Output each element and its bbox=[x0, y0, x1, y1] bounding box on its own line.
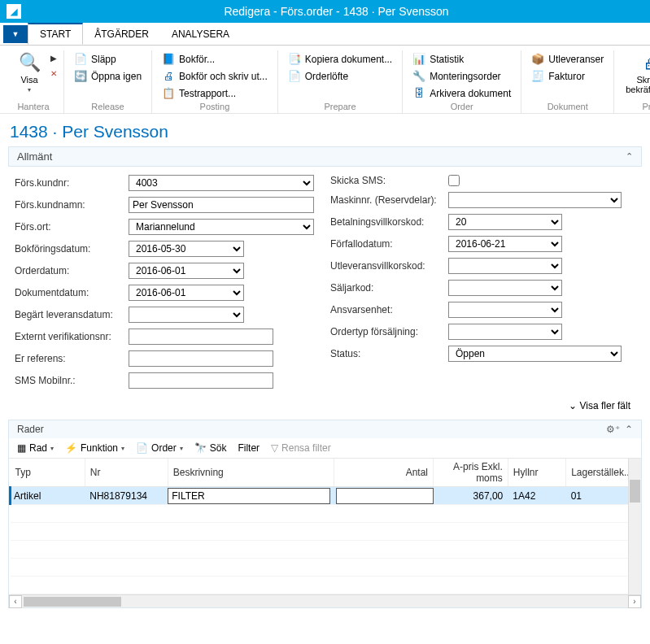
scroll-left-icon[interactable]: ‹ bbox=[9, 595, 22, 608]
orderlofte-button[interactable]: 📄Orderlöfte bbox=[285, 69, 395, 83]
input-ordertyp[interactable] bbox=[448, 324, 562, 340]
cell-apris[interactable]: 367,00 bbox=[434, 487, 508, 505]
lbl-saljarkod: Säljarkod: bbox=[330, 282, 448, 294]
testrapport-button[interactable]: 📋Testrapport... bbox=[159, 86, 271, 100]
input-erref[interactable] bbox=[129, 350, 273, 367]
window-title: Redigera - Förs.order - 1438 · Per Svens… bbox=[29, 5, 643, 18]
kopiera-button[interactable]: 📑Kopiera dokument... bbox=[285, 52, 395, 66]
cell-hyllnr[interactable]: 1A42 bbox=[508, 487, 565, 505]
tab-analysera[interactable]: ANALYSERA bbox=[160, 23, 241, 45]
cell-beskrivning[interactable] bbox=[168, 487, 334, 505]
col-antal[interactable]: Antal bbox=[334, 459, 433, 487]
input-kundnr[interactable]: 4003 bbox=[129, 175, 314, 191]
input-bokdatum[interactable]: 2016-05-30 bbox=[129, 241, 244, 257]
funnel-icon: ▽ bbox=[271, 442, 278, 454]
scroll-right-icon[interactable]: › bbox=[628, 595, 641, 608]
collapse-icon[interactable]: ⌃ bbox=[626, 151, 633, 162]
scroll-thumb[interactable] bbox=[24, 597, 121, 607]
slapp-button[interactable]: 📄Släpp bbox=[71, 52, 145, 66]
table-row[interactable]: Artikel NH81879134 367,00 1A42 01 bbox=[11, 487, 641, 505]
close-x-icon[interactable]: ✕ bbox=[50, 69, 57, 78]
input-forfallo[interactable]: 2016-06-21 bbox=[448, 236, 562, 252]
tb-rensa-label: Rensa filter bbox=[281, 442, 331, 454]
bokfor-button[interactable]: 📘Bokför... bbox=[159, 52, 271, 66]
monteringsorder-button[interactable]: 🔧Monteringsorder bbox=[409, 69, 514, 83]
form-col-left: Förs.kundnr:4003 Förs.kundnamn: Förs.ort… bbox=[15, 175, 314, 389]
lines-grid[interactable]: Typ Nr Beskrivning Antal A-pris Exkl. mo… bbox=[9, 459, 641, 594]
utleveranser-button[interactable]: 📦Utleveranser bbox=[528, 52, 607, 66]
statistik-button[interactable]: 📊Statistik bbox=[409, 52, 514, 66]
cell-antal[interactable] bbox=[334, 487, 433, 505]
antal-input[interactable] bbox=[336, 488, 434, 504]
monterings-label: Monteringsorder bbox=[430, 71, 500, 82]
file-menu-button[interactable]: ▼ bbox=[3, 25, 28, 43]
oppna-igen-button[interactable]: 🔄Öppna igen bbox=[71, 69, 145, 83]
group-label-print: Print bbox=[621, 100, 650, 111]
input-betvillkor[interactable]: 20 bbox=[448, 214, 562, 230]
tb-filter-label: Filter bbox=[238, 442, 260, 454]
section-allmant-header[interactable]: Allmänt ⌃ bbox=[8, 146, 642, 167]
tab-start[interactable]: START bbox=[28, 23, 83, 45]
col-beskrivning[interactable]: Beskrivning bbox=[168, 459, 334, 487]
tb-funktion[interactable]: ⚡Funktion▾ bbox=[65, 442, 124, 454]
cell-typ[interactable]: Artikel bbox=[11, 487, 85, 505]
table-row[interactable] bbox=[11, 559, 641, 577]
oppna-label: Öppna igen bbox=[91, 71, 142, 82]
input-levdatum[interactable] bbox=[129, 307, 244, 323]
horizontal-scrollbar[interactable]: ‹ › bbox=[9, 594, 641, 607]
tab-atgarder[interactable]: ÅTGÄRDER bbox=[83, 23, 160, 45]
reopen-icon: 🔄 bbox=[74, 70, 87, 82]
arkivera-button[interactable]: 🗄Arkivera dokument bbox=[409, 86, 514, 100]
bokfor-skriv-button[interactable]: 🖨Bokför och skriv ut... bbox=[159, 69, 271, 83]
input-ort[interactable]: Mariannelund bbox=[129, 219, 314, 235]
col-typ[interactable]: Typ bbox=[11, 459, 85, 487]
tb-rad[interactable]: ▦Rad▾ bbox=[17, 442, 54, 454]
orderlofte-label: Orderlöfte bbox=[305, 71, 348, 82]
col-apris[interactable]: A-pris Exkl. moms bbox=[434, 459, 508, 487]
group-print: 🖨 Skriv ut bekräftelse... Print bbox=[614, 50, 650, 113]
input-extver[interactable] bbox=[129, 329, 273, 345]
col-nr[interactable]: Nr bbox=[85, 459, 168, 487]
table-row[interactable] bbox=[11, 505, 641, 523]
table-row[interactable] bbox=[11, 577, 641, 594]
input-saljarkod[interactable] bbox=[448, 280, 562, 296]
lbl-levdatum: Begärt leveransdatum: bbox=[15, 309, 129, 320]
scroll-thumb[interactable] bbox=[630, 480, 640, 503]
table-row[interactable] bbox=[11, 523, 641, 541]
input-kundnamn[interactable] bbox=[129, 197, 314, 213]
lbl-sms: SMS Mobilnr.: bbox=[15, 375, 129, 386]
cell-nr[interactable]: NH81879134 bbox=[85, 487, 168, 505]
input-maskinnr[interactable] bbox=[448, 192, 622, 208]
input-status[interactable]: Öppen bbox=[448, 346, 622, 362]
input-dokdatum[interactable]: 2016-06-01 bbox=[129, 285, 244, 301]
gear-icon[interactable]: ⚙⁺ bbox=[606, 424, 620, 435]
beskrivning-input[interactable] bbox=[168, 488, 330, 504]
show-more-toggle[interactable]: ⌄ Visa fler fält bbox=[0, 397, 650, 416]
checkbox-skicka-sms[interactable] bbox=[448, 175, 460, 186]
group-label-prepare: Prepare bbox=[285, 100, 395, 111]
arrow-right-icon[interactable]: ▶ bbox=[50, 54, 57, 63]
fakturor-button[interactable]: 🧾Fakturor bbox=[528, 69, 607, 83]
tb-filter[interactable]: Filter bbox=[238, 442, 260, 454]
input-ansvar[interactable] bbox=[448, 302, 562, 318]
collapse-rader-icon[interactable]: ⌃ bbox=[625, 424, 633, 435]
skriv-ut-button[interactable]: 🖨 Skriv ut bekräftelse... bbox=[621, 50, 650, 100]
input-utlvillkor[interactable] bbox=[448, 258, 562, 274]
input-orderdatum[interactable]: 2016-06-01 bbox=[129, 263, 244, 279]
col-hyllnr[interactable]: Hyllnr bbox=[508, 459, 565, 487]
show-more-label: Visa fler fält bbox=[580, 400, 630, 411]
tb-order[interactable]: 📄Order▾ bbox=[136, 442, 183, 454]
rader-header[interactable]: Rader ⚙⁺ ⌃ bbox=[9, 420, 641, 438]
visa-button[interactable]: 🔍 Visa ▾ bbox=[10, 50, 49, 100]
tb-order-label: Order bbox=[151, 442, 177, 454]
group-label-order: Order bbox=[409, 100, 514, 111]
arkivera-label: Arkivera dokument bbox=[430, 88, 511, 99]
vertical-scrollbar[interactable] bbox=[628, 459, 641, 594]
tb-sok[interactable]: 🔭Sök bbox=[194, 442, 227, 454]
printer-icon: 🖨 bbox=[643, 52, 650, 73]
input-sms[interactable] bbox=[129, 372, 273, 389]
post-icon: 📘 bbox=[162, 53, 175, 65]
lbl-erref: Er referens: bbox=[15, 353, 129, 364]
table-row[interactable] bbox=[11, 541, 641, 559]
tb-rensa-filter[interactable]: ▽Rensa filter bbox=[271, 442, 331, 454]
